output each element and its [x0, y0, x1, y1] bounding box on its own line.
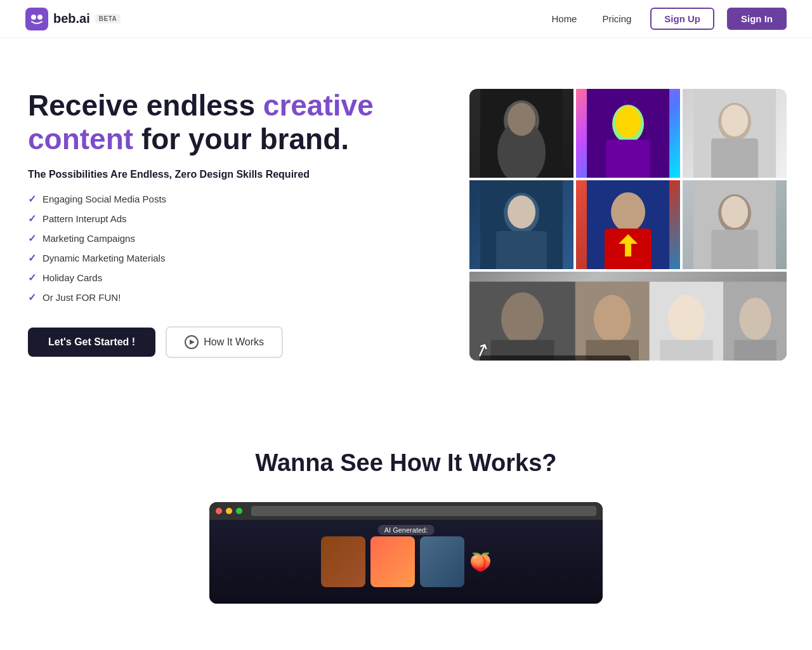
check-icon: ✓ [28, 213, 36, 225]
feature-label: Pattern Interupt Ads [43, 213, 127, 224]
section2-title: Wanna See How It Works? [25, 449, 787, 477]
hero-subheading: The Possibilities Are Endless, Zero Desi… [28, 169, 444, 180]
heading-part1: Receive endless [28, 89, 263, 122]
browser-url-bar [251, 506, 596, 516]
grid-cell-6 [683, 180, 787, 269]
image-grid: ↗ JUST UPLOAD YOUR PHOTOSFOR AMAZING RES… [469, 89, 787, 361]
how-it-works-button[interactable]: How It Works [166, 326, 283, 358]
hero-section: Receive endless creative content for you… [0, 38, 812, 399]
feature-label: Or Just FOR FUN! [43, 292, 121, 303]
check-icon: ✓ [28, 291, 36, 303]
person-image-4 [469, 180, 573, 269]
beta-badge: BETA [95, 14, 121, 23]
svg-point-29 [501, 292, 544, 345]
svg-point-32 [594, 295, 631, 343]
person-image-1 [469, 89, 573, 178]
check-icon: ✓ [28, 272, 36, 284]
list-item: ✓ Dynamic Marketing Materials [28, 252, 444, 264]
face-1 [321, 536, 365, 587]
heading-part2: for your brand. [133, 123, 349, 156]
list-item: ✓ Marketing Campaigns [28, 232, 444, 244]
svg-rect-25 [711, 230, 758, 269]
grid-cell-4 [469, 180, 573, 269]
check-icon: ✓ [28, 232, 36, 244]
feature-label: Engaging Social Media Posts [43, 194, 166, 204]
video-preview[interactable]: AI Generated: 🍑 [209, 502, 603, 604]
check-icon: ✓ [28, 193, 36, 205]
svg-point-14 [721, 105, 748, 136]
list-item: ✓ Or Just FOR FUN! [28, 291, 444, 303]
hero-right: ↗ JUST UPLOAD YOUR PHOTOSFOR AMAZING RES… [469, 89, 787, 361]
how-it-works-label: How It Works [204, 336, 264, 348]
svg-rect-13 [711, 138, 758, 178]
svg-rect-39 [734, 340, 776, 361]
video-content: AI Generated: 🍑 [209, 520, 603, 604]
svg-point-38 [739, 298, 771, 340]
svg-point-1 [31, 15, 36, 20]
collage-overlay-text: JUST UPLOAD YOUR PHOTOSFOR AMAZING RESUL… [480, 355, 631, 361]
svg-rect-17 [496, 231, 547, 269]
svg-point-35 [667, 295, 704, 343]
get-started-button[interactable]: Let's Get Started ! [28, 328, 155, 357]
grid-cell-5 [576, 180, 680, 269]
signin-button[interactable]: Sign In [727, 8, 787, 30]
feature-label: Holiday Cards [43, 272, 102, 283]
preview-faces: 🍑 [321, 536, 492, 587]
grid-cell-1 [469, 89, 573, 178]
collage-image [469, 272, 787, 361]
person-image-2 [576, 89, 680, 178]
face-emoji: 🍑 [469, 552, 492, 573]
list-item: ✓ Pattern Interupt Ads [28, 213, 444, 225]
how-it-works-section: Wanna See How It Works? AI Generated: 🍑 [0, 399, 812, 629]
nav-pricing[interactable]: Pricing [596, 10, 638, 28]
nav-home[interactable]: Home [545, 10, 583, 28]
browser-bar [209, 502, 603, 520]
logo[interactable]: beb.ai BETA [25, 8, 121, 30]
browser-dot-green [236, 508, 242, 514]
check-icon: ✓ [28, 252, 36, 264]
face-3 [420, 536, 464, 587]
list-item: ✓ Engaging Social Media Posts [28, 193, 444, 205]
svg-point-18 [508, 196, 535, 229]
browser-dot-red [216, 508, 222, 514]
svg-rect-0 [25, 8, 48, 30]
svg-point-26 [721, 196, 748, 228]
feature-label: Dynamic Marketing Materials [43, 253, 165, 263]
browser-dot-yellow [226, 508, 232, 514]
feature-list: ✓ Engaging Social Media Posts ✓ Pattern … [28, 193, 444, 303]
svg-rect-9 [606, 140, 650, 178]
svg-point-6 [508, 103, 535, 136]
svg-point-20 [611, 192, 645, 232]
person-image-3 [683, 89, 787, 178]
person-image-5 [576, 180, 680, 269]
signup-button[interactable]: Sign Up [650, 8, 714, 30]
feature-label: Marketing Campaigns [43, 233, 135, 244]
svg-rect-36 [660, 340, 712, 361]
grid-cell-3 [683, 89, 787, 178]
person-image-6 [683, 180, 787, 269]
cta-buttons: Let's Get Started ! How It Works [28, 326, 444, 358]
navbar: beb.ai BETA Home Pricing Sign Up Sign In [0, 0, 812, 38]
logo-text: beb.ai [53, 11, 90, 26]
svg-point-2 [37, 15, 43, 20]
hero-left: Receive endless creative content for you… [28, 89, 444, 358]
face-2 [370, 536, 415, 587]
list-item: ✓ Holiday Cards [28, 272, 444, 284]
hero-heading: Receive endless creative content for you… [28, 89, 444, 156]
grid-cell-2 [576, 89, 680, 178]
grid-cell-bottom: ↗ JUST UPLOAD YOUR PHOTOSFOR AMAZING RES… [469, 272, 787, 361]
play-icon [185, 335, 199, 349]
ai-generated-label: AI Generated: [378, 525, 435, 535]
svg-point-10 [615, 106, 641, 138]
logo-icon [25, 8, 48, 30]
nav-links: Home Pricing Sign Up Sign In [545, 8, 787, 30]
